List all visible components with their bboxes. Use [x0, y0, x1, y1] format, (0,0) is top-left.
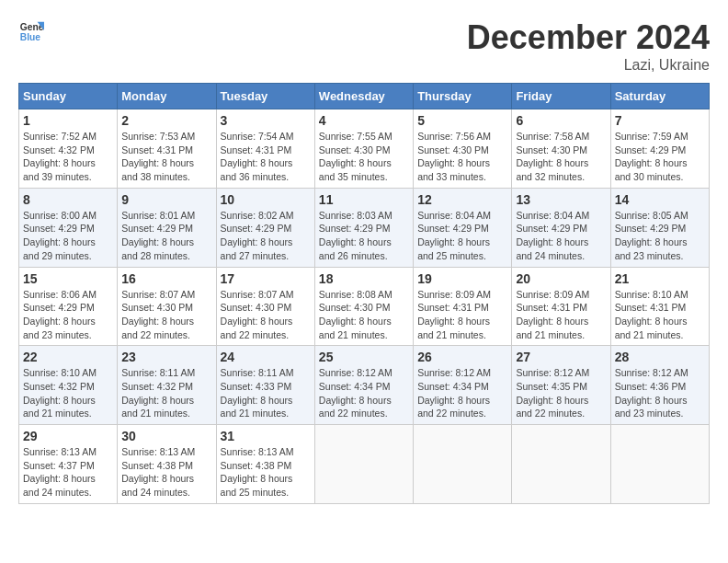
- calendar-day-cell: 9Sunrise: 8:01 AMSunset: 4:29 PMDaylight…: [118, 188, 216, 267]
- logo-icon: General Blue: [18, 18, 44, 44]
- day-number: 1: [23, 113, 113, 128]
- day-number: 3: [221, 113, 311, 128]
- day-number: 29: [23, 429, 113, 443]
- calendar-week-row: 8Sunrise: 8:00 AMSunset: 4:29 PMDaylight…: [19, 188, 710, 267]
- calendar-day-cell: 13Sunrise: 8:04 AMSunset: 4:29 PMDayligh…: [512, 188, 610, 267]
- calendar-day-cell: 29Sunrise: 8:13 AMSunset: 4:37 PMDayligh…: [19, 425, 118, 504]
- weekday-header-cell: Tuesday: [216, 84, 314, 109]
- calendar-day-cell: 27Sunrise: 8:12 AMSunset: 4:35 PMDayligh…: [512, 346, 610, 425]
- day-number: 11: [319, 192, 409, 207]
- calendar-day-cell: [512, 425, 610, 504]
- weekday-header-cell: Monday: [118, 84, 216, 109]
- day-number: 4: [319, 113, 409, 128]
- day-info: Sunrise: 8:06 AMSunset: 4:29 PMDaylight:…: [23, 288, 113, 342]
- day-number: 27: [516, 350, 606, 364]
- calendar-day-cell: 3Sunrise: 7:54 AMSunset: 4:31 PMDaylight…: [216, 109, 314, 189]
- day-info: Sunrise: 8:12 AMSunset: 4:34 PMDaylight:…: [319, 366, 409, 420]
- day-info: Sunrise: 8:04 AMSunset: 4:29 PMDaylight:…: [516, 209, 606, 263]
- day-info: Sunrise: 8:10 AMSunset: 4:32 PMDaylight:…: [23, 366, 113, 420]
- day-info: Sunrise: 8:13 AMSunset: 4:38 PMDaylight:…: [121, 445, 211, 500]
- day-info: Sunrise: 8:09 AMSunset: 4:31 PMDaylight:…: [417, 288, 507, 342]
- svg-text:Blue: Blue: [20, 32, 41, 42]
- day-number: 2: [121, 113, 211, 128]
- calendar-day-cell: 7Sunrise: 7:59 AMSunset: 4:29 PMDaylight…: [610, 109, 709, 189]
- calendar-day-cell: 14Sunrise: 8:05 AMSunset: 4:29 PMDayligh…: [610, 188, 709, 267]
- day-number: 7: [615, 113, 705, 128]
- calendar-day-cell: 15Sunrise: 8:06 AMSunset: 4:29 PMDayligh…: [19, 267, 118, 346]
- day-number: 15: [23, 271, 113, 286]
- day-number: 14: [615, 192, 705, 207]
- title-area: December 2024 Lazi, Ukraine: [467, 18, 710, 74]
- day-info: Sunrise: 8:05 AMSunset: 4:29 PMDaylight:…: [615, 209, 705, 263]
- day-info: Sunrise: 8:13 AMSunset: 4:38 PMDaylight:…: [221, 445, 311, 500]
- day-info: Sunrise: 8:12 AMSunset: 4:35 PMDaylight:…: [516, 366, 606, 420]
- calendar-day-cell: 22Sunrise: 8:10 AMSunset: 4:32 PMDayligh…: [19, 346, 118, 425]
- day-info: Sunrise: 8:01 AMSunset: 4:29 PMDaylight:…: [121, 209, 211, 263]
- day-number: 10: [221, 192, 311, 207]
- day-number: 22: [23, 350, 113, 364]
- calendar-day-cell: 10Sunrise: 8:02 AMSunset: 4:29 PMDayligh…: [216, 188, 314, 267]
- day-number: 8: [23, 192, 113, 207]
- day-number: 5: [417, 113, 507, 128]
- logo: General Blue: [18, 18, 44, 44]
- calendar-week-row: 1Sunrise: 7:52 AMSunset: 4:32 PMDaylight…: [19, 109, 710, 189]
- day-number: 24: [221, 350, 311, 364]
- day-info: Sunrise: 7:52 AMSunset: 4:32 PMDaylight:…: [23, 130, 113, 184]
- header: General Blue December 2024 Lazi, Ukraine: [18, 18, 710, 74]
- day-number: 18: [319, 271, 409, 286]
- calendar-day-cell: 11Sunrise: 8:03 AMSunset: 4:29 PMDayligh…: [314, 188, 413, 267]
- calendar-day-cell: 21Sunrise: 8:10 AMSunset: 4:31 PMDayligh…: [610, 267, 709, 346]
- day-info: Sunrise: 8:12 AMSunset: 4:36 PMDaylight:…: [615, 366, 705, 420]
- day-info: Sunrise: 8:11 AMSunset: 4:33 PMDaylight:…: [221, 366, 311, 420]
- day-info: Sunrise: 8:02 AMSunset: 4:29 PMDaylight:…: [221, 209, 311, 263]
- day-number: 28: [615, 350, 705, 364]
- calendar-day-cell: 16Sunrise: 8:07 AMSunset: 4:30 PMDayligh…: [118, 267, 216, 346]
- weekday-header-cell: Thursday: [414, 84, 512, 109]
- day-info: Sunrise: 8:04 AMSunset: 4:29 PMDaylight:…: [417, 209, 507, 263]
- day-info: Sunrise: 8:11 AMSunset: 4:32 PMDaylight:…: [121, 366, 211, 420]
- day-number: 6: [516, 113, 606, 128]
- day-number: 20: [516, 271, 606, 286]
- calendar-week-row: 15Sunrise: 8:06 AMSunset: 4:29 PMDayligh…: [19, 267, 710, 346]
- calendar-day-cell: 2Sunrise: 7:53 AMSunset: 4:31 PMDaylight…: [118, 109, 216, 189]
- calendar-day-cell: 17Sunrise: 8:07 AMSunset: 4:30 PMDayligh…: [216, 267, 314, 346]
- calendar-day-cell: 20Sunrise: 8:09 AMSunset: 4:31 PMDayligh…: [512, 267, 610, 346]
- day-number: 30: [121, 429, 211, 443]
- weekday-header-cell: Friday: [512, 84, 610, 109]
- location-title: Lazi, Ukraine: [467, 57, 710, 74]
- day-info: Sunrise: 7:56 AMSunset: 4:30 PMDaylight:…: [417, 130, 507, 184]
- weekday-header-cell: Sunday: [19, 84, 118, 109]
- calendar-day-cell: 4Sunrise: 7:55 AMSunset: 4:30 PMDaylight…: [314, 109, 413, 189]
- day-info: Sunrise: 7:58 AMSunset: 4:30 PMDaylight:…: [516, 130, 606, 184]
- month-title: December 2024: [467, 18, 710, 57]
- day-number: 23: [121, 350, 211, 364]
- calendar-day-cell: 12Sunrise: 8:04 AMSunset: 4:29 PMDayligh…: [414, 188, 512, 267]
- day-info: Sunrise: 8:07 AMSunset: 4:30 PMDaylight:…: [121, 288, 211, 342]
- day-info: Sunrise: 7:53 AMSunset: 4:31 PMDaylight:…: [121, 130, 211, 184]
- day-number: 16: [121, 271, 211, 286]
- day-info: Sunrise: 8:12 AMSunset: 4:34 PMDaylight:…: [417, 366, 507, 420]
- day-number: 13: [516, 192, 606, 207]
- calendar-day-cell: 24Sunrise: 8:11 AMSunset: 4:33 PMDayligh…: [216, 346, 314, 425]
- day-number: 25: [319, 350, 409, 364]
- calendar-day-cell: 6Sunrise: 7:58 AMSunset: 4:30 PMDaylight…: [512, 109, 610, 189]
- day-info: Sunrise: 7:54 AMSunset: 4:31 PMDaylight:…: [221, 130, 311, 184]
- day-info: Sunrise: 8:13 AMSunset: 4:37 PMDaylight:…: [23, 445, 113, 500]
- day-number: 21: [615, 271, 705, 286]
- calendar-day-cell: 30Sunrise: 8:13 AMSunset: 4:38 PMDayligh…: [118, 425, 216, 504]
- calendar-day-cell: 23Sunrise: 8:11 AMSunset: 4:32 PMDayligh…: [118, 346, 216, 425]
- calendar-day-cell: 18Sunrise: 8:08 AMSunset: 4:30 PMDayligh…: [314, 267, 413, 346]
- day-info: Sunrise: 8:07 AMSunset: 4:30 PMDaylight:…: [221, 288, 311, 342]
- calendar-day-cell: 8Sunrise: 8:00 AMSunset: 4:29 PMDaylight…: [19, 188, 118, 267]
- day-info: Sunrise: 8:00 AMSunset: 4:29 PMDaylight:…: [23, 209, 113, 263]
- calendar-day-cell: 5Sunrise: 7:56 AMSunset: 4:30 PMDaylight…: [414, 109, 512, 189]
- calendar-day-cell: [414, 425, 512, 504]
- calendar-body: 1Sunrise: 7:52 AMSunset: 4:32 PMDaylight…: [19, 109, 710, 504]
- calendar-day-cell: [610, 425, 709, 504]
- calendar-week-row: 22Sunrise: 8:10 AMSunset: 4:32 PMDayligh…: [19, 346, 710, 425]
- day-number: 31: [221, 429, 311, 443]
- calendar-day-cell: 19Sunrise: 8:09 AMSunset: 4:31 PMDayligh…: [414, 267, 512, 346]
- calendar-day-cell: 31Sunrise: 8:13 AMSunset: 4:38 PMDayligh…: [216, 425, 314, 504]
- calendar-day-cell: 28Sunrise: 8:12 AMSunset: 4:36 PMDayligh…: [610, 346, 709, 425]
- weekday-header-cell: Saturday: [610, 84, 709, 109]
